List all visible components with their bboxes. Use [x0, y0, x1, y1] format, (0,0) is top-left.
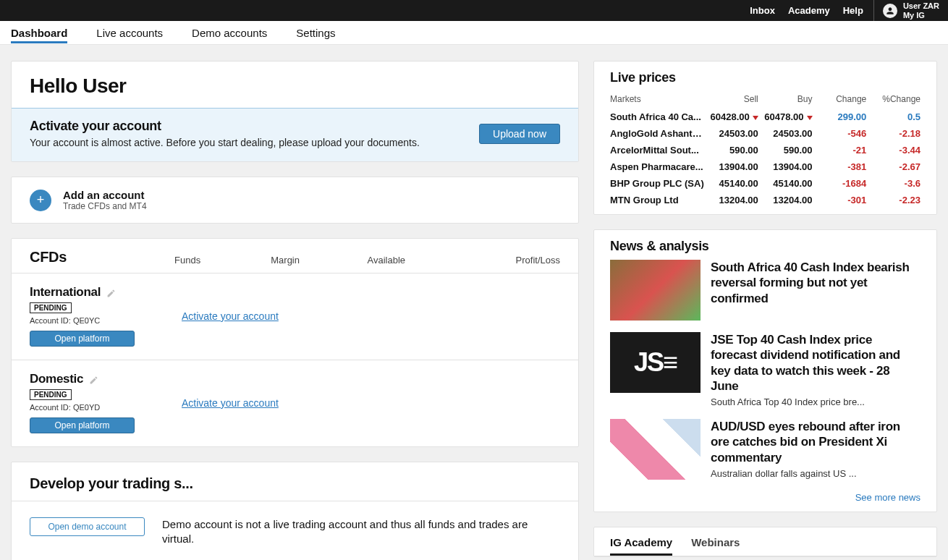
news-thumbnail [610, 260, 701, 321]
market-name: BHP Group PLC (SA) [610, 178, 704, 189]
price-row[interactable]: Aspen Pharmacare...13904.0013904.00-381-… [594, 158, 936, 175]
news-item[interactable]: South Africa 40 Cash Index bearish rever… [610, 260, 921, 332]
plus-icon[interactable]: + [30, 190, 51, 211]
see-more-news-link[interactable]: See more news [855, 492, 921, 503]
down-arrow-icon [753, 116, 758, 120]
pct-change-value: -2.23 [866, 195, 921, 205]
status-badge: PENDING [30, 302, 72, 313]
activate-banner: Activate your account Your account is al… [12, 108, 578, 161]
col-pct-change: %Change [866, 94, 921, 104]
news-item[interactable]: JS≡JSE Top 40 Cash Index price forecast … [610, 332, 921, 419]
username-text: User ZAR [903, 1, 939, 10]
activate-account-link[interactable]: Activate your account [182, 397, 279, 409]
col-funds: Funds [174, 255, 271, 266]
account-name: International [30, 285, 101, 300]
develop-card: Develop your trading s... Open demo acco… [11, 462, 579, 560]
change-value: -381 [813, 161, 867, 172]
pct-change-value: -2.67 [866, 161, 921, 172]
market-name: ArcelorMittal Sout... [610, 145, 704, 156]
activate-desc: Your account is almost active. Before yo… [30, 137, 420, 148]
myig-text: My IG [903, 11, 939, 20]
market-name: South Africa 40 Ca... [610, 111, 704, 122]
account-row: Domestic PENDING Account ID: QE0YD Open … [12, 360, 578, 446]
market-name: MTN Group Ltd [610, 195, 704, 205]
nav-academy[interactable]: Academy [788, 5, 830, 16]
pct-change-value: -3.44 [866, 145, 921, 156]
open-platform-button[interactable]: Open platform [30, 331, 135, 347]
buy-price: 45140.00 [758, 178, 813, 189]
tab-dashboard[interactable]: Dashboard [11, 22, 67, 43]
col-available: Available [368, 255, 464, 266]
change-value: -301 [813, 195, 867, 205]
tab-demo-accounts[interactable]: Demo accounts [192, 22, 267, 43]
activate-title: Activate your account [30, 119, 420, 134]
buy-price: 590.00 [758, 145, 813, 156]
edit-icon[interactable] [89, 373, 98, 385]
main-nav: Dashboard Live accounts Demo accounts Se… [0, 21, 948, 45]
news-summary: Australian dollar falls against US ... [711, 468, 921, 479]
sell-price: 45140.00 [704, 178, 758, 189]
greeting-text: Hello User [12, 61, 578, 108]
academy-card: IG Academy Webinars [593, 527, 937, 557]
news-headline: South Africa 40 Cash Index bearish rever… [711, 260, 921, 306]
open-demo-button[interactable]: Open demo account [30, 517, 145, 536]
sell-price: 590.00 [704, 145, 758, 156]
buy-price: 60478.00 [758, 111, 813, 122]
nav-inbox[interactable]: Inbox [750, 5, 775, 16]
buy-price: 13904.00 [758, 161, 813, 172]
market-name: AngloGold Ashanti ... [610, 128, 704, 139]
news-item[interactable]: AUD/USD eyes rebound after iron ore catc… [610, 419, 921, 491]
news-headline: AUD/USD eyes rebound after iron ore catc… [711, 419, 921, 465]
cfds-title: CFDs [30, 249, 174, 266]
sell-price: 60428.00 [704, 111, 758, 122]
user-menu[interactable]: User ZAR My IG [873, 0, 948, 21]
down-arrow-icon [807, 116, 813, 120]
tab-live-accounts[interactable]: Live accounts [96, 22, 163, 43]
price-row[interactable]: BHP Group PLC (SA)45140.0045140.00-1684-… [594, 175, 936, 192]
add-account-card[interactable]: + Add an account Trade CFDs and MT4 [11, 177, 579, 224]
live-prices-title: Live prices [594, 61, 936, 91]
tab-webinars[interactable]: Webinars [691, 536, 740, 556]
develop-title: Develop your trading s... [12, 462, 578, 501]
cfds-card: CFDs Funds Margin Available Profit/Loss … [11, 238, 579, 447]
edit-icon[interactable] [106, 287, 116, 298]
price-row[interactable]: MTN Group Ltd13204.0013204.00-301-2.23 [594, 192, 936, 208]
sell-price: 13904.00 [704, 161, 758, 172]
top-bar: Inbox Academy Help User ZAR My IG [0, 0, 948, 21]
price-row[interactable]: South Africa 40 Ca...60428.0060478.00299… [594, 109, 936, 125]
col-profit-loss: Profit/Loss [464, 255, 560, 266]
tab-ig-academy[interactable]: IG Academy [610, 536, 672, 556]
news-thumbnail: JS≡ [610, 332, 701, 393]
account-row: International PENDING Account ID: QE0YC … [12, 273, 578, 360]
price-row[interactable]: ArcelorMittal Sout...590.00590.00-21-3.4… [594, 142, 936, 158]
tab-settings[interactable]: Settings [296, 22, 335, 43]
sell-price: 13204.00 [704, 195, 758, 205]
col-markets: Markets [610, 94, 704, 104]
change-value: 299.00 [813, 111, 867, 122]
account-id: Account ID: QE0YC [30, 316, 174, 325]
open-platform-button[interactable]: Open platform [30, 417, 135, 433]
add-account-title: Add an account [63, 189, 147, 201]
col-margin: Margin [271, 255, 367, 266]
activate-account-link[interactable]: Activate your account [182, 310, 279, 322]
live-prices-card: Live prices Markets Sell Buy Change %Cha… [593, 61, 937, 215]
pct-change-value: -2.18 [866, 128, 921, 139]
develop-desc: Demo account is not a live trading accou… [162, 517, 560, 547]
col-buy: Buy [758, 94, 813, 104]
market-name: Aspen Pharmacare... [610, 161, 704, 172]
account-name: Domestic [30, 372, 83, 386]
buy-price: 13204.00 [758, 195, 813, 205]
account-id: Account ID: QE0YD [30, 403, 174, 412]
avatar-icon [883, 4, 897, 18]
upload-now-button[interactable]: Upload now [479, 124, 560, 144]
change-value: -1684 [813, 178, 867, 189]
nav-help[interactable]: Help [843, 5, 863, 16]
price-row[interactable]: AngloGold Ashanti ...24503.0024503.00-54… [594, 125, 936, 142]
news-headline: JSE Top 40 Cash Index price forecast div… [711, 332, 921, 394]
change-value: -21 [813, 145, 867, 156]
col-sell: Sell [704, 94, 758, 104]
news-thumbnail [610, 419, 701, 480]
news-card: News & analysis South Africa 40 Cash Ind… [593, 229, 937, 512]
change-value: -546 [813, 128, 867, 139]
buy-price: 24503.00 [758, 128, 813, 139]
